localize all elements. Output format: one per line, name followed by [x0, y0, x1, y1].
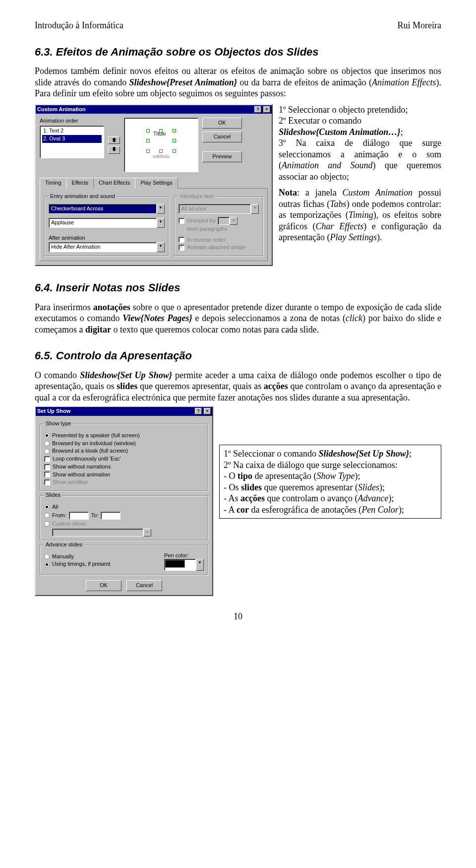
cancel-button[interactable]: Cancel	[202, 132, 242, 142]
after-animation-combo[interactable]: Hide After Animation ▼	[49, 242, 165, 252]
text: Slideshow{Set Up Show}	[80, 370, 172, 380]
help-icon[interactable]: ?	[254, 106, 261, 113]
to-input[interactable]	[101, 512, 120, 520]
close-icon[interactable]: ×	[204, 408, 211, 414]
selection-handles-icon: Título	[148, 131, 174, 151]
cancel-button[interactable]: Cancel	[126, 580, 162, 591]
close-icon[interactable]: ×	[263, 106, 270, 113]
text: anotações	[93, 302, 130, 312]
animation-order-list[interactable]: 1. Text 2 2. Oval 3	[40, 126, 104, 158]
text: ou da barra de efeitos de animação (	[237, 77, 372, 87]
preview-title-text: Título	[153, 131, 166, 137]
text: );	[399, 505, 404, 515]
dialog-titlebar[interactable]: Set Up Show ? ×	[36, 407, 212, 416]
text: Show Type	[316, 471, 355, 481]
steps-6-5-box: 1º Seleccionar o comando Slideshow{Set U…	[219, 445, 441, 519]
group-label: Entry animation and sound	[49, 193, 117, 200]
text: ;	[409, 449, 412, 459]
para-6-4: Para inserirmos anotações sobre o que o …	[35, 302, 441, 335]
checkbox-label: Show scrollbar	[53, 479, 88, 486]
after-value: Hide After Animation	[49, 242, 157, 252]
checkbox-no-animation[interactable]	[44, 471, 50, 477]
doc-header-left: Introdução à Informática	[35, 20, 123, 31]
radio-from[interactable]	[44, 513, 50, 518]
text: Advance	[357, 493, 388, 503]
group-show-type: Show type Presented by a speaker (full s…	[40, 424, 208, 491]
radio-individual[interactable]	[44, 441, 50, 446]
chevron-down-icon[interactable]: ▼	[157, 218, 165, 228]
tab-play-settings[interactable]: Play Settings	[135, 178, 178, 189]
dialog-titlebar[interactable]: Custom Animation ? ×	[36, 105, 272, 114]
slide-preview: Título subtítulo	[124, 118, 198, 172]
chevron-down-icon[interactable]: ▼	[157, 242, 165, 252]
text: );	[379, 482, 385, 492]
text: : a janela	[297, 188, 343, 198]
tabstrip: Timing Effects Chart Effects Play Settin…	[40, 177, 268, 189]
ok-button[interactable]: OK	[86, 580, 121, 591]
group-advance-slides: Advance slides Manually Using timings, i…	[40, 545, 208, 576]
checkbox-grouped-by	[178, 218, 184, 224]
text: Animation Effects	[372, 77, 436, 87]
radio-timings[interactable]	[44, 562, 50, 567]
move-down-button[interactable]: 🡇	[108, 146, 120, 154]
group-label: Show type	[44, 420, 72, 427]
text: Timing	[349, 210, 373, 220]
tab-timing[interactable]: Timing	[40, 178, 67, 189]
radio-label: Custom show:	[52, 521, 87, 528]
introduce-text-combo: All at once ▼	[178, 204, 259, 214]
radio-speaker[interactable]	[44, 433, 50, 438]
text: Play Settings	[330, 232, 376, 242]
heading-6-3: 6.3. Efeitos de Animação sobre os Object…	[35, 45, 441, 59]
text: Animation and Sound	[282, 160, 373, 170]
checkbox-label: Loop continuously until 'Esc'	[53, 456, 121, 463]
radio-manually[interactable]	[44, 554, 50, 559]
chevron-down-icon[interactable]: ▼	[196, 559, 204, 571]
checkbox-loop[interactable]	[44, 456, 50, 462]
checkbox-label: Grouped by	[187, 217, 215, 224]
chevron-down-icon: ▼	[143, 529, 151, 536]
tab-effects[interactable]: Effects	[66, 178, 94, 189]
list-item[interactable]: 1. Text 2	[42, 127, 102, 135]
text: e depois seleccionamos a zona de notas (	[192, 313, 346, 323]
text: Para inserirmos	[35, 302, 93, 312]
para-6-5-intro: O comando Slideshow{Set Up Show} permite…	[35, 370, 441, 403]
move-up-button[interactable]: 🡅	[108, 136, 120, 144]
tab-panel-effects: Entry animation and sound Checkerboard A…	[40, 189, 268, 261]
checkbox-no-narrations[interactable]	[44, 464, 50, 470]
pen-color-combo[interactable]: ▼	[164, 559, 204, 571]
chevron-down-icon[interactable]: ▼	[157, 204, 165, 214]
sound-combo[interactable]: Applause ▼	[49, 218, 165, 228]
text: slides	[241, 482, 262, 492]
text: Tabs	[330, 199, 346, 209]
radio-custom-show	[44, 521, 50, 527]
text: slides	[117, 381, 137, 391]
chevron-down-icon: ▼	[251, 204, 259, 214]
text: Slideshow{Set Up Show}	[319, 449, 410, 459]
text: Slideshow{Custom Animation…}	[279, 127, 400, 137]
preview-subtitle-text: subtítulo	[153, 154, 170, 159]
tab-chart-effects[interactable]: Chart Effects	[93, 178, 135, 189]
chevron-down-icon: ▼	[230, 217, 238, 225]
text: o texto que queremos colocar como notas …	[111, 325, 319, 334]
group-entry-animation: Entry animation and sound Checkerboard A…	[44, 197, 169, 257]
help-icon[interactable]: ?	[195, 408, 202, 414]
after-animation-label: After animation	[49, 235, 165, 242]
dialog-custom-animation: Custom Animation ? × Animation order 1. …	[35, 104, 273, 267]
from-input[interactable]	[69, 512, 89, 520]
page-number: 10	[35, 611, 441, 622]
list-item[interactable]: 2. Oval 3	[42, 135, 102, 143]
radio-all[interactable]	[44, 504, 50, 510]
checkbox-label: Show without animation	[53, 471, 110, 478]
radio-kiosk[interactable]	[44, 449, 50, 454]
text: ).	[377, 232, 382, 242]
group-introduce-text: Introduce text All at once ▼ Grouped by	[174, 197, 263, 257]
effect-combo[interactable]: Checkerboard Across ▼	[49, 204, 165, 214]
note-6-3: Nota: a janela Custom Animation possui o…	[279, 187, 441, 243]
text: );	[355, 471, 360, 481]
text: acções	[264, 381, 288, 391]
preview-button[interactable]: Preview	[202, 151, 242, 162]
pen-color-label: Pen color:	[164, 552, 204, 559]
ok-button[interactable]: OK	[202, 118, 242, 129]
steps-6-3: 1º Seleccionar o objecto pretendido; 2º …	[279, 104, 441, 183]
text: - Os	[224, 482, 241, 492]
